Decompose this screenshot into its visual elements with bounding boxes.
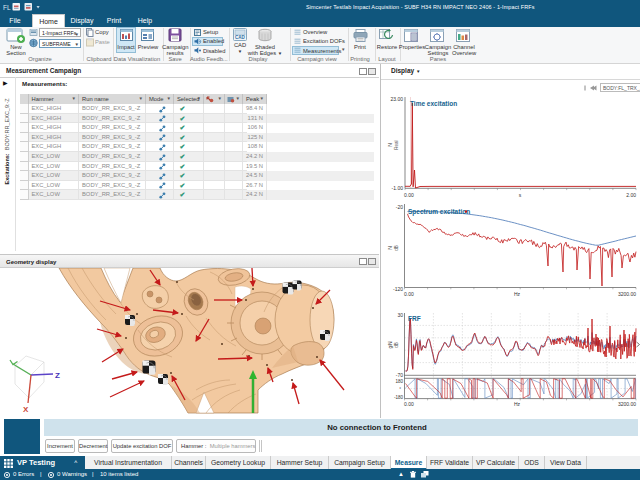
svg-text:-70: -70 bbox=[396, 372, 403, 378]
svg-text:CAD: CAD bbox=[235, 35, 245, 40]
svg-text:Hz: Hz bbox=[514, 291, 521, 297]
svg-text:-20: -20 bbox=[396, 204, 403, 210]
svg-text:3200.00: 3200.00 bbox=[618, 291, 636, 297]
svg-text:°: ° bbox=[399, 387, 401, 392]
svg-text:g/N: g/N bbox=[388, 341, 393, 348]
svg-text:X: X bbox=[23, 405, 29, 414]
svg-text:FRF: FRF bbox=[408, 315, 421, 322]
svg-text:N: N bbox=[387, 246, 393, 250]
svg-text:s: s bbox=[519, 192, 522, 198]
svg-text:-180: -180 bbox=[394, 395, 404, 400]
svg-text:0.00: 0.00 bbox=[404, 192, 414, 198]
svg-text:30: 30 bbox=[397, 312, 403, 318]
svg-text:0.00: 0.00 bbox=[404, 291, 414, 297]
svg-text:0.00: 0.00 bbox=[404, 401, 414, 407]
svg-text:Time excitation: Time excitation bbox=[410, 100, 457, 107]
svg-text:Hz: Hz bbox=[514, 401, 521, 407]
svg-text:Real: Real bbox=[394, 140, 399, 149]
svg-text:180: 180 bbox=[395, 379, 403, 384]
svg-text:dB: dB bbox=[394, 342, 399, 348]
svg-text:-1.00: -1.00 bbox=[392, 185, 404, 191]
svg-text:23.00: 23.00 bbox=[390, 96, 403, 102]
svg-text:3200.00: 3200.00 bbox=[618, 401, 636, 407]
svg-text:FL: FL bbox=[3, 4, 11, 11]
svg-text:N: N bbox=[387, 143, 393, 147]
svg-text:2.00: 2.00 bbox=[626, 192, 636, 198]
svg-text:-120: -120 bbox=[393, 286, 403, 292]
svg-text:Spectrum excitation: Spectrum excitation bbox=[408, 208, 470, 216]
svg-text:dB: dB bbox=[394, 245, 399, 251]
svg-text:Z: Z bbox=[55, 371, 60, 380]
